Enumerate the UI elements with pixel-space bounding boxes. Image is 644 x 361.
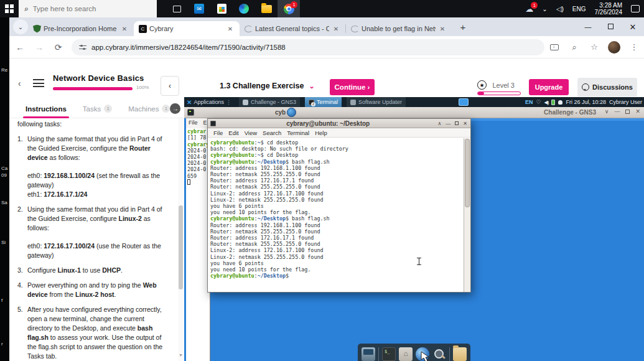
display-settings-icon[interactable] — [459, 98, 469, 106]
vm-taskbar-window-upd[interactable]: Software Updater — [347, 97, 406, 107]
vm-user[interactable]: Cybrary User — [609, 99, 642, 105]
tab-close-icon[interactable]: ✕ — [332, 26, 340, 32]
terminal-shade-button[interactable]: ∧ — [437, 121, 441, 126]
windows-search-box[interactable]: ⌕ — [19, 0, 157, 17]
vm-applications-menu[interactable]: ✕ Applications ⋮ — [184, 99, 234, 106]
lesson-selector[interactable]: 1.3 Challenge Exercise⌄ — [220, 82, 315, 90]
tab-close-icon[interactable]: ✕ — [120, 26, 129, 32]
browser-tab[interactable]: CCybrary✕ — [134, 21, 240, 36]
battery-icon[interactable] — [551, 100, 555, 105]
menu-terminal[interactable]: Terminal — [287, 129, 309, 136]
upgrade-button[interactable]: Upgrade — [529, 79, 569, 95]
file-manager-dock-icon[interactable] — [453, 347, 467, 361]
tab-machines[interactable]: Machines1 — [128, 100, 170, 118]
terminal-output[interactable]: cybrary@ubuntu:~$ cd desktopbash: cd: de… — [208, 138, 470, 291]
tab-tasks[interactable]: Tasks1 — [83, 100, 112, 118]
new-tab-button[interactable]: + — [455, 19, 470, 34]
terminal-dock-icon[interactable] — [382, 347, 396, 361]
menu-icon[interactable] — [33, 79, 44, 87]
terminal-emulator-dock-icon[interactable] — [362, 347, 375, 361]
instruction-text: eth1: 172.16.17.1/24 — [27, 190, 166, 199]
gns3-maximize-button[interactable] — [625, 110, 630, 114]
level-indicator: ★ Level 3 — [477, 79, 515, 90]
minimize-button[interactable]: — — [577, 23, 599, 30]
terminal-maximize-button[interactable] — [455, 121, 459, 125]
home-dock-icon[interactable]: ⌂ — [399, 347, 413, 361]
store-taskbar-button[interactable] — [210, 0, 233, 17]
zoom-button[interactable]: ⌕ — [566, 39, 583, 56]
vm-taskbar-window-term[interactable]: Terminal — [305, 97, 342, 107]
terminal-titlebar[interactable]: cybrary@ubuntu: ~/Desktop ∧ — ✕ — [208, 119, 470, 128]
bell-icon[interactable] — [558, 100, 562, 105]
forward-button[interactable]: → — [31, 39, 48, 56]
gns3-window-titlebar[interactable]: cyb Challenge - GNS3 ∨ — ✕ — [184, 107, 644, 118]
browser-tab[interactable]: Unable to get flag in Network D✕ — [346, 21, 452, 36]
shade-button[interactable]: ∨ — [605, 108, 609, 115]
scrollbar-thumb[interactable] — [179, 205, 183, 289]
gns3-close-button[interactable]: ✕ — [635, 108, 640, 115]
onedrive-tray-button[interactable]: ☁ 1 — [521, 0, 538, 17]
discussions-button[interactable]: Discussions — [577, 78, 637, 96]
tray-date: 7/26/2024 — [595, 9, 623, 16]
gns3-minimize-button[interactable]: — — [614, 108, 620, 115]
menu-search[interactable]: Search — [263, 129, 281, 136]
panel-tabs-next-arrow[interactable]: → — [170, 103, 180, 114]
menu-file[interactable]: File — [213, 129, 223, 136]
course-back-button[interactable]: ‹ — [18, 78, 21, 88]
language-indicator[interactable]: ENG — [568, 0, 590, 17]
terminal-window[interactable]: cybrary@ubuntu: ~/Desktop ∧ — ✕ FileEdit… — [207, 118, 471, 293]
site-settings-icon[interactable] — [79, 44, 86, 50]
browser-menu-button[interactable]: ⋮ — [625, 39, 643, 56]
maximize-button[interactable] — [599, 23, 622, 30]
terminal-line: you need 10 points for the flag. — [210, 266, 462, 273]
bg-menu-item[interactable]: E — [203, 120, 207, 126]
back-button[interactable]: ← — [12, 39, 29, 56]
instruction-text: After you have configured everything cor… — [27, 305, 166, 361]
tab-instructions[interactable]: Instructions — [26, 100, 67, 118]
firefox-icon — [287, 108, 296, 117]
mail-taskbar-button[interactable]: ✉ — [188, 0, 210, 17]
chrome-taskbar-button[interactable]: 1 — [278, 0, 300, 17]
menu-edit[interactable]: Edit — [228, 129, 238, 136]
vm-language-indicator[interactable]: EN — [525, 99, 533, 105]
browser-tab[interactable]: Pre-Incorporation Home✕ — [28, 21, 134, 36]
close-button[interactable]: ✕ — [622, 22, 644, 32]
terminal-minimize-button[interactable]: — — [446, 121, 450, 126]
tray-expand-button[interactable]: ⌄ — [538, 0, 551, 17]
file-explorer-taskbar-button[interactable] — [255, 0, 278, 17]
bookmark-button[interactable]: ☆ — [586, 39, 603, 56]
tab-close-icon[interactable]: ✕ — [438, 26, 447, 32]
action-center-button[interactable] — [627, 0, 644, 17]
terminal-scrollbar-thumb[interactable] — [465, 139, 470, 207]
volume-button[interactable]: ◁) — [552, 0, 568, 17]
install-app-button[interactable] — [546, 39, 563, 56]
clock[interactable]: 3:28 AM7/26/2024 — [590, 0, 627, 17]
tab-close-icon[interactable]: ✕ — [226, 26, 235, 32]
vm-clock[interactable]: Fri 26 Jul, 10:28 — [566, 99, 606, 105]
vm-volume-icon[interactable]: ◀) — [544, 100, 549, 105]
scrollbar-down-arrow[interactable]: ▼ — [179, 350, 183, 360]
edge-taskbar-button[interactable] — [233, 0, 255, 17]
search-input[interactable] — [33, 5, 145, 12]
task-view-button[interactable] — [166, 0, 188, 17]
profile-avatar[interactable] — [608, 41, 620, 54]
address-bar[interactable]: app.cybrary.it/immersive/18224654/item/7… — [72, 39, 544, 55]
reload-button[interactable]: ⟳ — [50, 39, 67, 56]
browser-tab[interactable]: Latest General topics - Cybrary✕ — [240, 21, 345, 36]
search-dock-icon[interactable] — [432, 347, 446, 361]
bg-menu-item[interactable]: File — [189, 120, 198, 126]
menu-view[interactable]: View — [245, 129, 257, 136]
tab-search-button[interactable]: ⌄ — [13, 19, 28, 34]
collapse-panel-button[interactable]: ‹ — [161, 76, 179, 96]
vm-taskbar-window-gns3[interactable]: Challenge - GNS3 — [239, 97, 300, 107]
terminal-scrollbar[interactable] — [464, 138, 470, 292]
panel-scrollbar[interactable]: ▼ — [178, 118, 184, 361]
course-progress-bar — [53, 87, 133, 90]
menu-help[interactable]: Help — [315, 129, 327, 136]
continue-button[interactable]: Continue › — [330, 79, 375, 95]
network-icon[interactable]: ♡ — [536, 99, 541, 105]
dock: ⌂ — [358, 344, 470, 361]
terminal-close-button[interactable]: ✕ — [463, 121, 467, 126]
tab-title: Latest General topics - Cybrary — [255, 25, 329, 32]
start-button[interactable] — [0, 0, 19, 17]
